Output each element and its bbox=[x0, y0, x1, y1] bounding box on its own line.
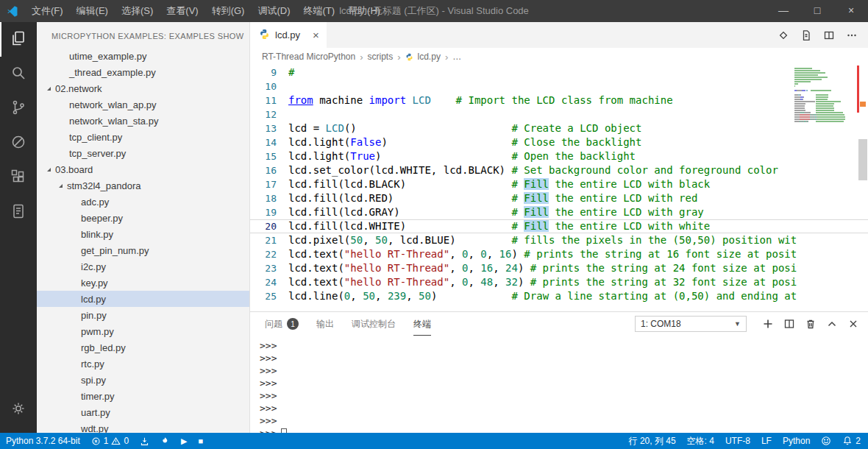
terminal[interactable]: >>>>>>>>>>>>>>>>>>>>>>>> bbox=[250, 336, 868, 433]
menu-item[interactable]: 文件(F) bbox=[25, 0, 70, 22]
code-line-9[interactable]: 9# bbox=[250, 66, 868, 79]
activity-examples[interactable] bbox=[0, 195, 37, 230]
minimap-line bbox=[794, 110, 856, 111]
tree-item-i2c-py[interactable]: i2c.py bbox=[37, 258, 249, 275]
code-line-19[interactable]: 19lcd.fill(lcd.GRAY) # Fill the entire L… bbox=[250, 205, 868, 219]
tree-item-stm32l4_pandora[interactable]: stm32l4_pandora bbox=[37, 177, 249, 194]
tree-item-beeper-py[interactable]: beeper.py bbox=[37, 210, 249, 226]
code-line-11[interactable]: 11from machine import LCD # Import the L… bbox=[250, 93, 868, 107]
minimize-button[interactable]: — bbox=[766, 0, 800, 22]
tree-item-tcp_server-py[interactable]: tcp_server.py bbox=[37, 145, 249, 161]
activity-manage[interactable] bbox=[0, 392, 37, 427]
open-preview-icon[interactable] bbox=[800, 29, 812, 41]
open-changes-icon[interactable] bbox=[778, 29, 789, 41]
breadcrumb-item[interactable]: lcd.py bbox=[418, 52, 441, 62]
tree-item-adc-py[interactable]: adc.py bbox=[37, 194, 249, 210]
tree-item-timer-py[interactable]: timer.py bbox=[37, 388, 249, 404]
panel-tab-output[interactable]: 输出 bbox=[316, 312, 334, 336]
breadcrumb-item[interactable]: … bbox=[452, 52, 461, 62]
scrollbar-thumb[interactable] bbox=[858, 139, 867, 180]
panel-tab-debug-console[interactable]: 调试控制台 bbox=[352, 312, 396, 336]
tree-item-02-network[interactable]: 02.network bbox=[37, 80, 249, 96]
menu-item[interactable]: 查看(V) bbox=[160, 0, 204, 22]
status-download-button[interactable] bbox=[140, 436, 149, 446]
status-problems[interactable]: 1 0 bbox=[91, 436, 129, 446]
status-flash-button[interactable] bbox=[160, 436, 170, 446]
status-language[interactable]: Python bbox=[783, 436, 810, 446]
activity-source-control[interactable] bbox=[0, 91, 37, 126]
tree-item-pin-py[interactable]: pin.py bbox=[37, 307, 249, 323]
code-line-10[interactable]: 10 bbox=[250, 79, 868, 93]
activity-extensions[interactable] bbox=[0, 160, 37, 195]
kill-terminal-icon[interactable] bbox=[805, 318, 817, 330]
maximize-panel-icon[interactable] bbox=[826, 318, 838, 330]
code-line-17[interactable]: 17lcd.fill(lcd.BLACK) # Fill the entire … bbox=[250, 177, 868, 191]
tree-item-rgb_led-py[interactable]: rgb_led.py bbox=[37, 339, 249, 356]
tree-item-blink-py[interactable]: blink.py bbox=[37, 226, 249, 242]
tree-item-network_wlan_sta-py[interactable]: network_wlan_sta.py bbox=[37, 113, 249, 129]
code-line-18[interactable]: 18lcd.fill(lcd.RED) # Fill the entire LC… bbox=[250, 191, 868, 205]
code-line-13[interactable]: 13lcd = LCD() # Create a LCD object bbox=[250, 121, 868, 135]
tree-item-pwm-py[interactable]: pwm.py bbox=[37, 323, 249, 339]
tree-item-03-board[interactable]: 03.board bbox=[37, 161, 249, 177]
menu-item[interactable]: 调试(D) bbox=[251, 0, 296, 22]
tree-item-key-py[interactable]: key.py bbox=[37, 275, 249, 291]
terminal-select[interactable]: 1: COM18 ▼ bbox=[635, 316, 747, 332]
tree-item-rtc-py[interactable]: rtc.py bbox=[37, 356, 249, 372]
code-line-16[interactable]: 16lcd.set_color(lcd.WHITE, lcd.BLACK) # … bbox=[250, 163, 868, 177]
code-line-22[interactable]: 22lcd.text("hello RT-Thread", 0, 0, 16) … bbox=[250, 247, 868, 261]
code-line-24[interactable]: 24lcd.text("hello RT-Thread", 0, 48, 32)… bbox=[250, 275, 868, 289]
breadcrumb-item[interactable]: scripts bbox=[368, 52, 394, 62]
more-actions-icon[interactable] bbox=[846, 29, 858, 41]
tree-item-utime_example-py[interactable]: utime_example.py bbox=[37, 48, 249, 64]
tree-item-wdt-py[interactable]: wdt.py bbox=[37, 420, 249, 433]
code-line-12[interactable]: 12 bbox=[250, 107, 868, 121]
code-line-14[interactable]: 14lcd.light(False) # Close the backlight bbox=[250, 135, 868, 149]
new-terminal-icon[interactable] bbox=[762, 318, 774, 330]
tree-item-_thread_example-py[interactable]: _thread_example.py bbox=[37, 64, 249, 80]
status-eol[interactable]: LF bbox=[761, 436, 772, 446]
split-editor-icon[interactable] bbox=[823, 29, 835, 41]
menu-item[interactable]: 选择(S) bbox=[115, 0, 160, 22]
minimap-seg bbox=[804, 112, 811, 113]
close-panel-icon[interactable] bbox=[847, 318, 859, 330]
code-line-21[interactable]: 21lcd.pixel(50, 50, lcd.BLUE) # fills th… bbox=[250, 233, 868, 247]
close-tab-icon[interactable]: × bbox=[313, 29, 319, 41]
status-encoding[interactable]: UTF-8 bbox=[725, 436, 750, 446]
menu-item[interactable]: 转到(G) bbox=[205, 0, 252, 22]
tree-item-tcp_client-py[interactable]: tcp_client.py bbox=[37, 129, 249, 145]
status-stop-button[interactable]: ■ bbox=[199, 437, 204, 445]
tree-item-uart-py[interactable]: uart.py bbox=[37, 404, 249, 420]
chevron-right-icon: › bbox=[397, 52, 400, 63]
maximize-button[interactable]: □ bbox=[800, 0, 834, 22]
menu-item[interactable]: 终端(T) bbox=[296, 0, 341, 22]
code-line-15[interactable]: 15lcd.light(True) # Open the backlight bbox=[250, 149, 868, 163]
split-terminal-icon[interactable] bbox=[783, 318, 795, 330]
code-line-20[interactable]: 20lcd.fill(lcd.WHITE) # Fill the entire … bbox=[250, 219, 868, 233]
activity-run[interactable] bbox=[0, 126, 37, 160]
tab-lcd-py[interactable]: lcd.py × bbox=[250, 22, 327, 48]
activity-search[interactable] bbox=[0, 57, 37, 91]
status-notifications[interactable]: 2 bbox=[842, 436, 861, 446]
breadcrumb-item[interactable]: RT-Thread MicroPython bbox=[262, 52, 355, 62]
activity-explorer[interactable] bbox=[0, 22, 37, 57]
panel-tab-terminal[interactable]: 终端 bbox=[413, 312, 431, 336]
menu-item[interactable]: 编辑(E) bbox=[70, 0, 115, 22]
status-run-button[interactable]: ▶ bbox=[181, 437, 187, 445]
editor-scrollbar[interactable] bbox=[858, 66, 868, 311]
status-feedback[interactable] bbox=[821, 436, 831, 446]
close-button[interactable]: × bbox=[834, 0, 868, 22]
code-line-23[interactable]: 23lcd.text("hello RT-Thread", 0, 16, 24)… bbox=[250, 261, 868, 275]
status-indentation[interactable]: 空格: 4 bbox=[687, 435, 714, 448]
code-editor[interactable]: 9#1011from machine import LCD # Import t… bbox=[250, 66, 868, 311]
status-line-col[interactable]: 行 20, 列 45 bbox=[629, 435, 676, 448]
panel-tab-problems[interactable]: 问题1 bbox=[265, 312, 299, 336]
tree-item-spi-py[interactable]: spi.py bbox=[37, 372, 249, 388]
tree-item-lcd-py[interactable]: lcd.py bbox=[37, 291, 249, 307]
minimap[interactable] bbox=[794, 68, 856, 123]
tree-item-get_pin_num-py[interactable]: get_pin_num.py bbox=[37, 242, 249, 258]
tree-item-network_wlan_ap-py[interactable]: network_wlan_ap.py bbox=[37, 96, 249, 113]
code-line-25[interactable]: 25lcd.line(0, 50, 239, 50) # Draw a line… bbox=[250, 289, 868, 303]
status-python-version[interactable]: Python 3.7.2 64-bit bbox=[6, 436, 80, 446]
smiley-icon bbox=[821, 436, 831, 446]
